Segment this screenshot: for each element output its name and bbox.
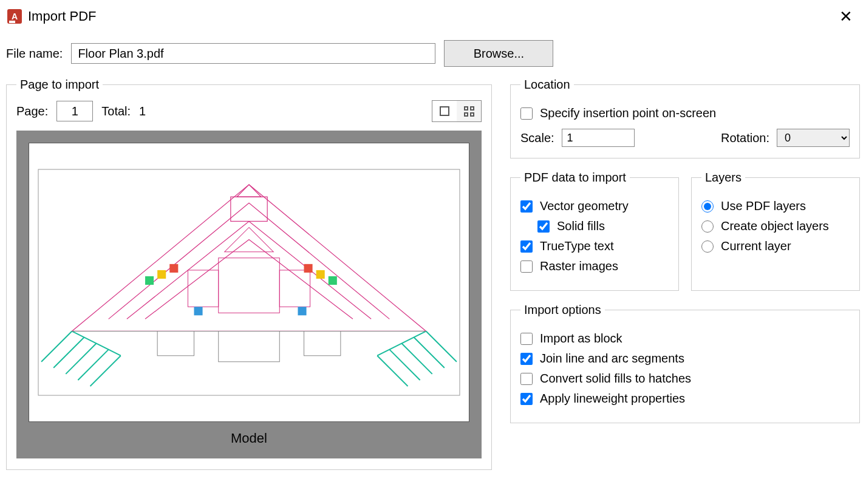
- svg-rect-5: [188, 270, 218, 307]
- page-to-import-group: Page to import Page: Total: 1: [6, 78, 492, 470]
- single-view-button[interactable]: [432, 101, 457, 121]
- current-layer-radio[interactable]: Current layer: [701, 239, 850, 253]
- svg-rect-10: [169, 264, 178, 273]
- location-group: Location Specify insertion point on-scre…: [510, 78, 860, 158]
- browse-button[interactable]: Browse...: [444, 40, 553, 67]
- pdf-data-legend: PDF data to import: [520, 171, 630, 185]
- import-options-legend: Import options: [520, 303, 605, 317]
- create-object-layers-radio[interactable]: Create object layers: [701, 219, 850, 233]
- app-icon: A: [7, 9, 22, 24]
- preview-frame: Model: [16, 131, 482, 458]
- preview-page[interactable]: [29, 143, 469, 422]
- scale-input[interactable]: [562, 129, 635, 147]
- svg-rect-11: [329, 276, 337, 285]
- join-segments-checkbox[interactable]: Join line and arc segments: [520, 352, 850, 366]
- svg-rect-6: [279, 270, 310, 307]
- page-label: Page:: [16, 104, 48, 118]
- apply-lineweight-checkbox[interactable]: Apply lineweight properties: [520, 392, 850, 406]
- scale-label: Scale:: [520, 131, 554, 145]
- total-label: Total:: [101, 104, 131, 118]
- svg-rect-8: [145, 276, 154, 285]
- svg-rect-4: [219, 258, 280, 313]
- truetype-text-checkbox[interactable]: TrueType text: [520, 239, 669, 253]
- close-icon[interactable]: ✕: [833, 6, 859, 27]
- import-as-block-checkbox[interactable]: Import as block: [520, 332, 850, 346]
- svg-rect-12: [316, 270, 325, 279]
- location-legend: Location: [520, 78, 574, 92]
- pdf-data-group: PDF data to import Vector geometry Solid…: [510, 171, 679, 291]
- use-pdf-layers-radio[interactable]: Use PDF layers: [701, 199, 850, 213]
- layers-group: Layers Use PDF layers Create object laye…: [691, 171, 860, 291]
- svg-rect-3: [231, 197, 267, 221]
- total-value: 1: [139, 104, 146, 118]
- svg-rect-13: [304, 264, 313, 273]
- raster-images-checkbox[interactable]: Raster images: [520, 259, 669, 273]
- filename-label: File name:: [6, 47, 63, 61]
- layers-legend: Layers: [701, 171, 745, 185]
- vector-geometry-checkbox[interactable]: Vector geometry: [520, 199, 669, 213]
- filename-input[interactable]: [71, 43, 435, 64]
- view-toggle: [432, 100, 482, 122]
- model-label: Model: [29, 422, 469, 446]
- grid-view-button[interactable]: [457, 101, 481, 121]
- specify-insertion-label: Specify insertion point on-screen: [540, 106, 716, 120]
- page-number-input[interactable]: [56, 101, 93, 121]
- grid-view-icon: [464, 106, 474, 117]
- svg-rect-15: [298, 307, 306, 315]
- svg-marker-2: [237, 185, 261, 197]
- single-view-icon: [440, 106, 449, 116]
- convert-fills-checkbox[interactable]: Convert solid fills to hatches: [520, 372, 850, 386]
- rotation-select[interactable]: 0: [777, 129, 850, 147]
- page-to-import-legend: Page to import: [16, 78, 103, 92]
- svg-rect-14: [194, 307, 202, 315]
- svg-rect-9: [157, 270, 166, 279]
- window-title: Import PDF: [28, 9, 96, 24]
- floorplan-preview-icon: [35, 162, 463, 403]
- rotation-label: Rotation:: [721, 131, 769, 145]
- solid-fills-checkbox[interactable]: Solid fills: [537, 219, 669, 233]
- import-options-group: Import options Import as block Join line…: [510, 303, 860, 423]
- specify-insertion-checkbox[interactable]: Specify insertion point on-screen: [520, 106, 850, 120]
